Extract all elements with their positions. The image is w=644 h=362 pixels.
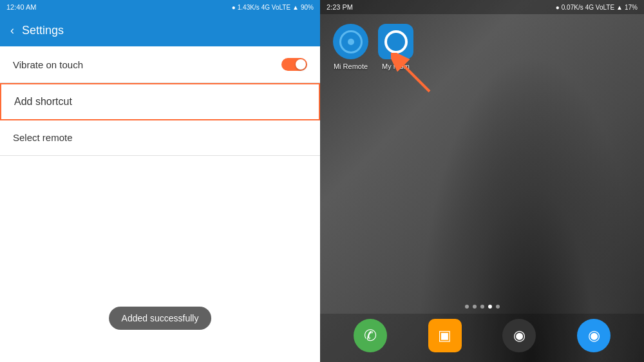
dock-phone-icon[interactable]: ✆ [354,319,387,352]
dot-3 [480,305,484,309]
wifi-icon-right: ▲ [616,4,623,11]
mi-remote-icon [333,24,368,59]
dot-4-active [488,305,492,309]
vibrate-row: Vibrate on touch [0,46,320,83]
status-bar-right: 2:23 PM ● 0.07K/s 4G VoLTE ▲ 17% [320,0,644,14]
battery-left: 90% [301,4,314,11]
app-icons-row: Mi Remote My room [320,14,644,80]
arrow-svg [391,53,436,98]
add-shortcut-row[interactable]: Add shortcut [0,83,320,120]
toast-text: Added successfully [122,313,199,323]
home-spacer [320,80,644,300]
add-shortcut-label: Add shortcut [14,96,72,107]
network-left: 4G VoLTE [261,4,290,11]
svg-line-1 [404,66,430,91]
speed-right: 0.07K/s [562,4,583,11]
dock-bar: ✆ ▣ ◉ ◉ [320,314,644,362]
toast-message: Added successfully [109,307,212,330]
mi-remote-app[interactable]: Mi Remote [333,24,368,70]
battery-right: 17% [625,4,638,11]
vibrate-label: Vibrate on touch [13,59,83,70]
mi-remote-label: Mi Remote [334,62,368,70]
speed-left: 1.43K/s [238,4,260,11]
gallery-symbol: ▣ [438,327,451,344]
page-dots [320,300,644,314]
time-left: 12:40 AM [6,3,36,11]
dock-gallery-icon[interactable]: ▣ [428,319,462,352]
select-remote-label: Select remote [13,132,73,143]
status-bar-left: 12:40 AM ● 1.43K/s 4G VoLTE ▲ 90% [0,0,320,14]
select-remote-row[interactable]: Select remote [0,120,320,156]
settings-title: Settings [22,24,64,37]
camera-symbol: ◉ [513,327,526,344]
home-screen-panel: 2:23 PM ● 0.07K/s 4G VoLTE ▲ 17% Mi Remo… [320,0,644,362]
status-icons-left: ● 1.43K/s 4G VoLTE ▲ 90% [232,4,314,11]
arrow-indicator [391,53,436,100]
network-right: 4G VoLTE [585,4,614,11]
vibrate-toggle[interactable] [281,58,307,71]
home-content: Mi Remote My room [320,14,644,362]
wifi-icon: ▲ [292,4,299,11]
settings-header: ‹ Settings [0,14,320,46]
status-icons-right: ● 0.07K/s 4G VoLTE ▲ 17% [556,4,638,11]
dot-5 [496,305,500,309]
settings-panel: 12:40 AM ● 1.43K/s 4G VoLTE ▲ 90% ‹ Sett… [0,0,320,362]
signal-dot-icon: ● [232,4,236,11]
dock-camera-icon[interactable]: ◉ [502,319,536,352]
dot-1 [465,305,469,309]
browser-symbol: ◉ [588,327,600,344]
signal-icon-right: ● [556,4,560,11]
dot-2 [473,305,477,309]
time-right: 2:23 PM [327,3,353,11]
back-button[interactable]: ‹ [10,24,14,37]
phone-symbol: ✆ [364,327,377,345]
dock-browser-icon[interactable]: ◉ [577,319,611,352]
